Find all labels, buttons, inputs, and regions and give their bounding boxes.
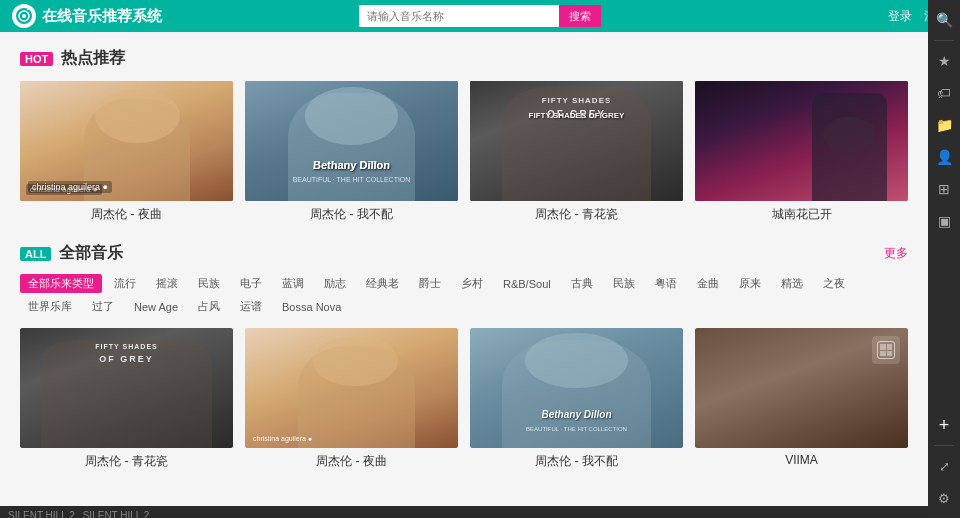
sidebar-folder-icon[interactable]: 📁 — [930, 111, 958, 139]
tag-electronic[interactable]: 电子 — [232, 274, 270, 293]
hot-card-3-art: FIFTY SHADES OF GREY — [470, 81, 683, 201]
all-card-4-art — [695, 328, 908, 448]
sidebar-plus-icon[interactable]: + — [930, 411, 958, 439]
hot-card-2-art: Bethany Dillon BEAUTIFUL · THE HIT COLLE… — [245, 81, 458, 201]
more-link[interactable]: 更多 — [884, 245, 908, 262]
tag-classic[interactable]: 经典老 — [358, 274, 407, 293]
tag-yunpu[interactable]: 运谱 — [232, 297, 270, 316]
tag-cantonese[interactable]: 粤语 — [647, 274, 685, 293]
sidebar-app-icon[interactable]: ▣ — [930, 207, 958, 235]
login-link[interactable]: 登录 — [888, 8, 912, 25]
tag-pop[interactable]: 流行 — [106, 274, 144, 293]
tag-zhanfeng[interactable]: 占风 — [190, 297, 228, 316]
all-card-2-art: christina aguilera ● — [245, 328, 458, 448]
hot-badge: HOT — [20, 52, 53, 66]
tag-jingxuan[interactable]: 精选 — [773, 274, 811, 293]
tag-jingqu[interactable]: 金曲 — [689, 274, 727, 293]
all-badge: ALL — [20, 247, 51, 261]
sidebar-user-icon[interactable]: 👤 — [930, 143, 958, 171]
hot-section-header: HOT 热点推荐 — [20, 48, 908, 69]
tag-bossa[interactable]: Bossa Nova — [274, 299, 349, 315]
bottom-item-2: SILENT HILL 2 — [83, 510, 150, 519]
all-card-3-art: Bethany Dillon BEAUTIFUL · THE HIT COLLE… — [470, 328, 683, 448]
tag-newage[interactable]: New Age — [126, 299, 186, 315]
sidebar-expand-icon[interactable]: ⤢ — [930, 452, 958, 480]
logo: 在线音乐推荐系统 — [12, 4, 162, 28]
sidebar-search-icon[interactable]: 🔍 — [930, 6, 958, 34]
sidebar-tag-icon[interactable]: 🏷 — [930, 79, 958, 107]
all-card-2-label: 周杰伦 - 夜曲 — [245, 453, 458, 470]
tag-guole[interactable]: 过了 — [84, 297, 122, 316]
tag-rnb[interactable]: R&B/Soul — [495, 276, 559, 292]
hot-card-4-art — [695, 81, 908, 201]
hot-card-4[interactable]: 城南花已开 — [695, 81, 908, 223]
all-card-4[interactable]: VIIMA — [695, 328, 908, 470]
search-bar: 搜索 — [359, 5, 601, 27]
all-card-1[interactable]: FIFTY SHADES OF GREY 周杰伦 - 青花瓷 — [20, 328, 233, 470]
hot-card-1-art: christina aguilera ● — [20, 81, 233, 201]
bottom-item-1: SILENT HILL 2 — [8, 510, 75, 519]
svg-point-2 — [22, 14, 26, 18]
logo-title: 在线音乐推荐系统 — [42, 7, 162, 26]
tag-ethnic[interactable]: 民族 — [605, 274, 643, 293]
header: 在线音乐推荐系统 搜索 登录 注册 — [0, 0, 960, 32]
all-card-4-label: VIIMA — [695, 453, 908, 467]
tag-jazz[interactable]: 爵士 — [411, 274, 449, 293]
search-input[interactable] — [359, 5, 559, 27]
hot-card-4-label: 城南花已开 — [695, 206, 908, 223]
search-button[interactable]: 搜索 — [559, 5, 601, 27]
all-section-left: ALL 全部音乐 — [20, 243, 123, 264]
tag-guqin[interactable]: 古典 — [563, 274, 601, 293]
all-section-title: 全部音乐 — [59, 243, 123, 264]
sidebar-grid-icon[interactable]: ⊞ — [930, 175, 958, 203]
all-section-header: ALL 全部音乐 更多 — [20, 243, 908, 264]
tag-country[interactable]: 乡村 — [453, 274, 491, 293]
hot-card-3-label: 周杰伦 - 青花瓷 — [470, 206, 683, 223]
hot-card-1[interactable]: christina aguilera ● 周杰伦 - 夜曲 — [20, 81, 233, 223]
all-cards-grid: FIFTY SHADES OF GREY 周杰伦 - 青花瓷 christina… — [20, 328, 908, 470]
tag-zhiye[interactable]: 之夜 — [815, 274, 853, 293]
sidebar-settings-icon[interactable]: ⚙ — [930, 484, 958, 512]
all-card-1-label: 周杰伦 - 青花瓷 — [20, 453, 233, 470]
hot-section-title: 热点推荐 — [61, 48, 125, 69]
all-card-1-art: FIFTY SHADES OF GREY — [20, 328, 233, 448]
hot-card-1-label: 周杰伦 - 夜曲 — [20, 206, 233, 223]
all-card-2[interactable]: christina aguilera ● 周杰伦 - 夜曲 — [245, 328, 458, 470]
tag-rock[interactable]: 摇滚 — [148, 274, 186, 293]
tag-blues[interactable]: 蓝调 — [274, 274, 312, 293]
all-card-3[interactable]: Bethany Dillon BEAUTIFUL · THE HIT COLLE… — [470, 328, 683, 470]
hot-card-2[interactable]: Bethany Dillon BEAUTIFUL · THE HIT COLLE… — [245, 81, 458, 223]
tags-row: 全部乐来类型 流行 摇滚 民族 电子 蓝调 励志 经典老 爵士 乡村 R&B/S… — [20, 274, 908, 316]
hot-cards-grid: christina aguilera ● 周杰伦 - 夜曲 Bethany Di… — [20, 81, 908, 223]
tag-all[interactable]: 全部乐来类型 — [20, 274, 102, 293]
hot-card-2-label: 周杰伦 - 我不配 — [245, 206, 458, 223]
sidebar-star-icon[interactable]: ★ — [930, 47, 958, 75]
tag-folk[interactable]: 民族 — [190, 274, 228, 293]
hot-card-3[interactable]: FIFTY SHADES OF GREY 周杰伦 - 青花瓷 — [470, 81, 683, 223]
tag-yuanlai[interactable]: 原来 — [731, 274, 769, 293]
right-sidebar: 🔍 ★ 🏷 📁 👤 ⊞ ▣ + ⤢ ⚙ — [928, 0, 960, 518]
tag-inspire[interactable]: 励志 — [316, 274, 354, 293]
main-content: HOT 热点推荐 christina aguilera ● 周杰伦 - 夜曲 B… — [0, 32, 928, 506]
all-card-3-label: 周杰伦 - 我不配 — [470, 453, 683, 470]
tag-world[interactable]: 世界乐库 — [20, 297, 80, 316]
logo-icon — [12, 4, 36, 28]
bottom-strip: SILENT HILL 2 SILENT HILL 2 — [0, 506, 960, 518]
